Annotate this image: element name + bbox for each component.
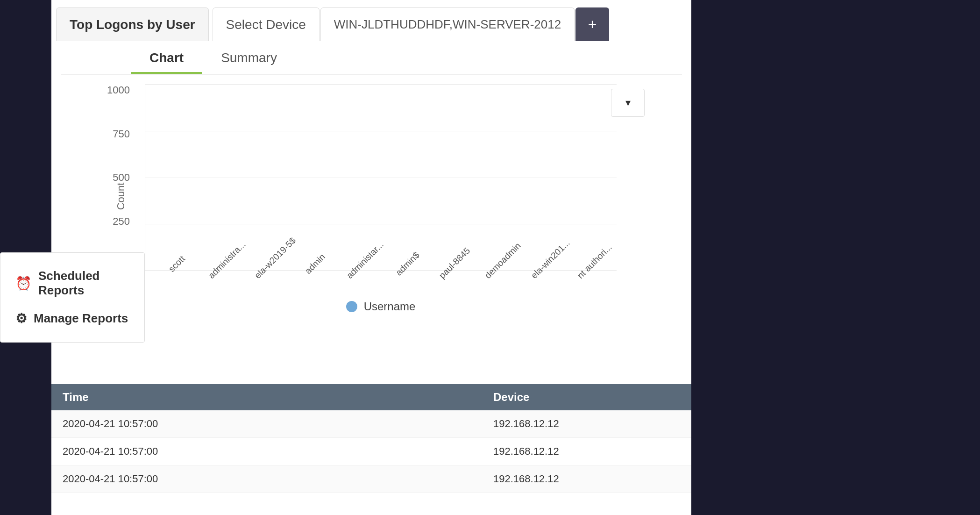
chart-plot: scott administra... ela-w2019-5$ admin — [145, 84, 617, 271]
table-row: 2020-04-21 10:57:00 192.168.12.12 — [51, 410, 691, 438]
bar-group-admin: admin — [293, 257, 331, 271]
bar-group-admins: admin$ — [385, 257, 423, 271]
clock-icon: ⏰ — [15, 276, 32, 291]
tab-add-button[interactable]: + — [575, 7, 609, 41]
bar-group-administra: administra... — [201, 257, 239, 271]
tab-chart-label: Chart — [149, 50, 184, 65]
bar-label-scott: scott — [160, 247, 194, 281]
table-header-time: Time — [63, 391, 493, 404]
tab-select-device[interactable]: Select Device — [213, 7, 320, 41]
tab-device-name[interactable]: WIN-JLDTHUDDHDF,WIN-SERVER-2012 — [320, 7, 575, 41]
bar-group-nt-authori: nt authori... — [569, 257, 607, 271]
table-cell-time-2: 2020-04-21 10:57:00 — [63, 445, 493, 458]
bar-label-administra: administra... — [206, 247, 240, 281]
sidebar-label-manage-reports: Manage Reports — [34, 311, 128, 326]
bar-label-ela-w2019: ela-w2019-5$ — [252, 247, 286, 281]
y-label-250: 250 — [113, 215, 130, 228]
bar-label-paul8845: paul-8845 — [437, 247, 470, 281]
table-cell-device-1: 192.168.12.12 — [493, 418, 680, 430]
tab-summary-label: Summary — [221, 50, 277, 65]
bar-label-admins: admin$ — [391, 247, 425, 281]
table-area: Time Device 2020-04-21 10:57:00 192.168.… — [51, 384, 691, 515]
chevron-down-icon: ▾ — [625, 97, 631, 109]
table-cell-time-3: 2020-04-21 10:57:00 — [63, 473, 493, 485]
bar-group-paul8845: paul-8845 — [431, 257, 469, 271]
bar-label-ela-win201: ela-win201... — [529, 247, 563, 281]
y-label-1000: 1000 — [107, 84, 130, 96]
sidebar-item-scheduled-reports[interactable]: ⏰ Scheduled Reports — [12, 262, 133, 304]
main-content: Top Logons by User Select Device WIN-JLD… — [51, 0, 691, 515]
tab-device-name-label: WIN-JLDTHUDDHDF,WIN-SERVER-2012 — [334, 17, 561, 32]
y-label-500: 500 — [113, 172, 130, 184]
bar-label-nt-authori: nt authori... — [575, 247, 609, 281]
bar-label-administar: administar... — [345, 247, 378, 281]
y-axis-title: Count — [115, 183, 127, 210]
bar-label-demoadmin: demoadmin — [483, 247, 517, 281]
table-cell-time-1: 2020-04-21 10:57:00 — [63, 418, 493, 430]
tab-bar: Top Logons by User Select Device WIN-JLD… — [51, 0, 691, 41]
chart-legend: Username — [145, 295, 617, 313]
table-row: 2020-04-21 10:57:00 192.168.12.12 — [51, 465, 691, 493]
sidebar-item-manage-reports[interactable]: ⚙ Manage Reports — [12, 304, 133, 333]
tab-chart[interactable]: Chart — [131, 43, 202, 73]
tab-top-logons[interactable]: Top Logons by User — [56, 7, 209, 41]
table-header-device: Device — [493, 391, 680, 404]
bar-group-scott: scott — [155, 257, 192, 271]
bars-container: scott administra... ela-w2019-5$ admin — [145, 84, 617, 271]
bar-group-demoadmin: demoadmin — [477, 257, 515, 271]
tab-top-logons-label: Top Logons by User — [70, 17, 195, 32]
bg-dark-right — [644, 0, 980, 515]
sidebar-label-scheduled-reports: Scheduled Reports — [38, 269, 129, 298]
sidebar-panel: ⏰ Scheduled Reports ⚙ Manage Reports — [0, 252, 145, 343]
tab-add-icon: + — [588, 16, 597, 33]
gear-icon: ⚙ — [15, 311, 27, 326]
view-tabs: Chart Summary — [61, 41, 682, 75]
chart-container: ▾ 1000 750 500 250 0 Count — [98, 84, 645, 308]
legend-label-username: Username — [364, 300, 416, 313]
table-row: 2020-04-21 10:57:00 192.168.12.12 — [51, 438, 691, 465]
bar-group-ela-w2019: ela-w2019-5$ — [247, 257, 284, 271]
bar-label-admin: admin — [298, 247, 332, 281]
table-header: Time Device — [51, 384, 691, 410]
tab-select-device-label: Select Device — [226, 17, 306, 32]
bar-group-administar: administar... — [339, 257, 377, 271]
content-area: Chart Summary ▾ 1000 750 500 250 0 Count — [51, 41, 691, 384]
y-label-750: 750 — [113, 128, 130, 140]
table-cell-device-2: 192.168.12.12 — [493, 445, 680, 458]
y-axis: 1000 750 500 250 0 — [98, 84, 135, 271]
bar-group-ela-win201: ela-win201... — [524, 257, 561, 271]
tab-summary[interactable]: Summary — [202, 43, 296, 73]
legend-dot-username — [346, 301, 357, 312]
table-cell-device-3: 192.168.12.12 — [493, 473, 680, 485]
